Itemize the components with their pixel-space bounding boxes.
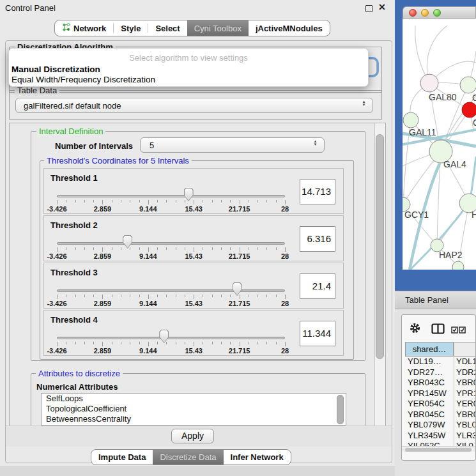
tab-discretize-data[interactable]: Discretize Data (153, 450, 223, 464)
float-window-icon[interactable] (365, 5, 372, 12)
split-columns-icon[interactable] (431, 323, 445, 337)
slider-tick (203, 247, 203, 250)
tab-infer-network[interactable]: Infer Network (224, 450, 291, 464)
table-row[interactable]: YDR27…YDR2 (402, 367, 476, 378)
threshold-3-slider-track[interactable] (57, 289, 285, 292)
slider-tick (203, 200, 203, 203)
table-row[interactable]: YER054CYER0 (402, 399, 476, 410)
numerical-attributes-label: Numerical Attributes (36, 382, 118, 392)
column-header-name[interactable]: na (454, 342, 476, 357)
slider-tick (112, 342, 112, 344)
table-row[interactable]: YBR045CYBR0 (402, 410, 476, 420)
slider-tick (102, 247, 103, 252)
threshold-2-label: Threshold 2 (50, 220, 98, 230)
slider-tick (257, 295, 258, 297)
network-node[interactable] (403, 112, 418, 128)
table-row[interactable]: YPR145WYPR1 (402, 388, 476, 399)
threshold-3-slider-handle[interactable] (233, 282, 242, 296)
slider-tick (84, 295, 85, 297)
threshold-1-slider-track[interactable] (57, 195, 285, 197)
tab-select[interactable]: Select (148, 20, 187, 36)
slider-tick (203, 295, 203, 297)
attribute-list-item[interactable]: TopologicalCoefficient (42, 404, 346, 414)
slider-tick (285, 295, 286, 299)
threshold-4-slider-handle[interactable] (159, 330, 169, 343)
slider-tick (102, 200, 103, 204)
checkbox-checked-icon[interactable] (459, 325, 466, 336)
network-node[interactable] (462, 102, 476, 118)
table-panel-title: Table Panel (405, 295, 449, 305)
network-node[interactable] (452, 261, 464, 270)
slider-tick (266, 342, 267, 344)
slider-tick (93, 295, 94, 297)
network-edge-thick[interactable] (471, 157, 476, 195)
slider-tick (75, 200, 76, 203)
threshold-1-label: Threshold 1 (50, 173, 98, 183)
table-row[interactable]: YLR345WYLR3 (402, 431, 476, 441)
column-header-shared-name[interactable]: shared… (405, 342, 454, 357)
slider-tick (230, 247, 231, 250)
attributes-scrollbar-thumb[interactable] (337, 395, 344, 424)
table-rows: YDL19…YDL1YDR27…YDR2YBR043CYBR0YPR145WYP… (402, 357, 476, 452)
threshold-4-slider-track[interactable] (57, 337, 285, 339)
slider-tick-label: 21.715 (219, 205, 260, 213)
table-hscrollbar[interactable] (402, 446, 476, 452)
tab-jactivemnodules[interactable]: jActiveMNodules (249, 20, 330, 36)
slider-tick (240, 295, 240, 299)
table-row[interactable]: YBL079WYBL0 (402, 420, 476, 431)
slider-tick (212, 200, 213, 203)
checkbox-checked-icon[interactable] (451, 325, 458, 336)
tab-cyni-toolbox[interactable]: Cyni Toolbox (187, 20, 249, 36)
gear-icon[interactable] (410, 323, 420, 336)
threshold-4-value-field[interactable]: 11.344 (300, 321, 335, 346)
number-of-intervals-label: Number of Intervals (55, 141, 133, 151)
apply-button[interactable]: Apply (171, 429, 214, 443)
slider-tick-label: 9.144 (128, 300, 169, 307)
slider-tick (221, 295, 222, 297)
slider-tick (130, 247, 130, 250)
threshold-2-value-field[interactable]: 6.316 (300, 226, 335, 252)
table-row[interactable]: YBR043CYBR0 (402, 378, 476, 388)
slider-tick-label: 15.43 (173, 347, 214, 355)
tab-impute-data[interactable]: Impute Data (91, 450, 153, 464)
table-row[interactable]: YDL19…YDL1 (402, 357, 476, 367)
slider-tick (266, 247, 267, 250)
mac-minimize-icon[interactable] (421, 9, 429, 17)
slider-tick (148, 200, 149, 204)
threshold-1-slider-handle[interactable] (184, 188, 194, 201)
network-window-titlebar[interactable] (403, 6, 476, 19)
number-of-intervals-combobox[interactable]: 5 ▲▼ (140, 137, 325, 153)
mac-close-icon[interactable] (409, 9, 417, 17)
slider-tick (176, 200, 176, 203)
mac-zoom-icon[interactable] (433, 9, 441, 17)
network-node[interactable] (420, 74, 438, 92)
table-panel-titlebar[interactable]: Table Panel (395, 291, 476, 309)
table-hscrollbar-thumb[interactable] (405, 448, 472, 452)
slider-tick-label: 2.859 (82, 347, 123, 355)
network-node[interactable] (460, 77, 476, 93)
threshold-2-slider-handle[interactable] (123, 235, 132, 249)
network-view[interactable]: GAL80GACGAL11GAL4GCY1HHAP2 (403, 19, 476, 270)
slider-tick-label: 21.715 (219, 347, 260, 355)
slider-tick (212, 295, 213, 297)
threshold-2-slider-track[interactable] (57, 242, 285, 245)
threshold-2-panel: Threshold 2 6.316 -3.4262.8599.14415.432… (43, 215, 344, 261)
table-data-combobox[interactable]: galFiltered.sif default node ▲▼ (15, 98, 373, 113)
threshold-3-value-field[interactable]: 21.4 (300, 273, 335, 299)
slider-tick (112, 247, 112, 250)
numerical-attributes-list[interactable]: SelfLoopsTopologicalCoefficientBetweenne… (41, 393, 346, 426)
tab-style[interactable]: Style (114, 20, 148, 36)
threshold-1-value-field[interactable]: 14.713 (300, 179, 335, 204)
tab-network[interactable]: Network (55, 20, 113, 36)
network-node-label: GCY1 (404, 210, 429, 220)
algorithm-dropdown-popup: Select algorithm to view settings Manual… (8, 48, 369, 87)
slider-tick (185, 247, 185, 250)
close-icon[interactable]: ✕ (378, 2, 386, 12)
attribute-list-item[interactable]: BetweennessCentrality (42, 414, 346, 424)
network-icon (62, 23, 70, 33)
attribute-list-item[interactable]: SelfLoops (42, 394, 346, 404)
settings-scrollbar-thumb[interactable] (376, 134, 384, 359)
dropdown-option-manual-discretization[interactable]: Manual Discretization (12, 65, 100, 74)
slider-tick (240, 247, 240, 252)
dropdown-option-equal-width-frequency[interactable]: Equal Width/Frequency Discretization (12, 75, 155, 84)
